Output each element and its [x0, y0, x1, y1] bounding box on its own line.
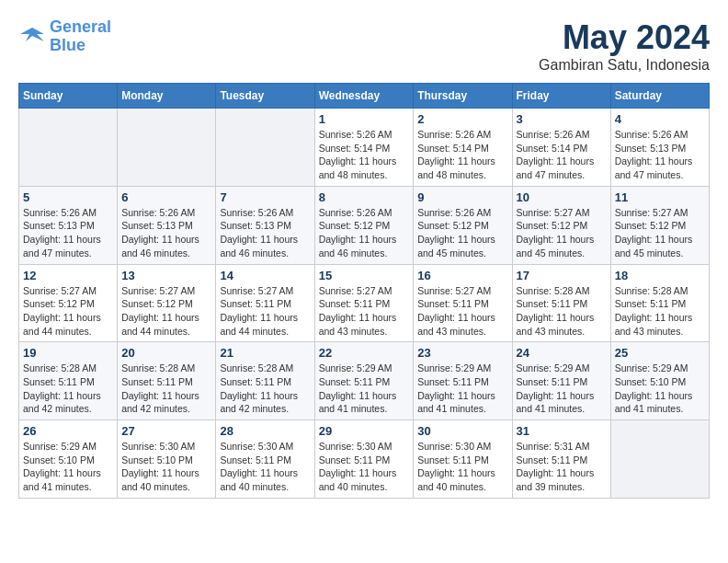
calendar-cell: 25Sunrise: 5:29 AM Sunset: 5:10 PM Dayli… [610, 342, 709, 420]
day-number: 2 [417, 112, 507, 126]
calendar-cell: 23Sunrise: 5:29 AM Sunset: 5:11 PM Dayli… [414, 342, 512, 420]
day-detail: Sunrise: 5:26 AM Sunset: 5:12 PM Dayligh… [319, 206, 410, 260]
day-detail: Sunrise: 5:30 AM Sunset: 5:11 PM Dayligh… [220, 440, 310, 494]
day-detail: Sunrise: 5:26 AM Sunset: 5:14 PM Dayligh… [417, 128, 507, 182]
day-number: 26 [23, 424, 113, 438]
day-detail: Sunrise: 5:26 AM Sunset: 5:13 PM Dayligh… [615, 128, 705, 182]
day-detail: Sunrise: 5:27 AM Sunset: 5:11 PM Dayligh… [319, 284, 410, 339]
calendar-cell [118, 109, 216, 187]
week-row-3: 12Sunrise: 5:27 AM Sunset: 5:12 PM Dayli… [19, 264, 710, 342]
day-number: 1 [319, 112, 410, 126]
day-number: 20 [121, 346, 211, 360]
logo: General Blue [18, 18, 111, 55]
day-number: 17 [517, 269, 607, 282]
day-number: 11 [615, 190, 705, 204]
calendar-cell: 13Sunrise: 5:27 AM Sunset: 5:12 PM Dayli… [118, 264, 216, 342]
calendar-cell: 19Sunrise: 5:28 AM Sunset: 5:11 PM Dayli… [19, 342, 118, 420]
weekday-header-friday: Friday [512, 84, 610, 109]
calendar-cell: 28Sunrise: 5:30 AM Sunset: 5:11 PM Dayli… [216, 420, 314, 499]
day-number: 4 [615, 112, 705, 126]
calendar-cell [19, 109, 118, 187]
day-number: 8 [319, 190, 410, 204]
day-number: 30 [417, 424, 507, 438]
month-title: May 2024 [539, 18, 710, 57]
calendar-cell: 7Sunrise: 5:26 AM Sunset: 5:13 PM Daylig… [216, 186, 314, 264]
day-detail: Sunrise: 5:26 AM Sunset: 5:13 PM Dayligh… [23, 206, 113, 260]
calendar-cell: 17Sunrise: 5:28 AM Sunset: 5:11 PM Dayli… [512, 264, 610, 342]
calendar-cell: 15Sunrise: 5:27 AM Sunset: 5:11 PM Dayli… [314, 264, 414, 342]
svg-marker-0 [20, 28, 44, 41]
title-area: May 2024 Gambiran Satu, Indonesia [539, 18, 710, 74]
day-detail: Sunrise: 5:27 AM Sunset: 5:12 PM Dayligh… [121, 284, 211, 339]
day-detail: Sunrise: 5:26 AM Sunset: 5:12 PM Dayligh… [417, 206, 507, 260]
day-number: 9 [417, 190, 507, 204]
day-detail: Sunrise: 5:30 AM Sunset: 5:10 PM Dayligh… [121, 440, 211, 494]
logo-line2: Blue [50, 36, 85, 54]
calendar-cell: 5Sunrise: 5:26 AM Sunset: 5:13 PM Daylig… [19, 186, 118, 264]
day-number: 25 [615, 346, 705, 360]
calendar-cell: 8Sunrise: 5:26 AM Sunset: 5:12 PM Daylig… [314, 186, 414, 264]
calendar-cell: 2Sunrise: 5:26 AM Sunset: 5:14 PM Daylig… [414, 109, 512, 187]
calendar-cell: 14Sunrise: 5:27 AM Sunset: 5:11 PM Dayli… [216, 264, 314, 342]
calendar-cell: 12Sunrise: 5:27 AM Sunset: 5:12 PM Dayli… [19, 264, 118, 342]
calendar-cell: 10Sunrise: 5:27 AM Sunset: 5:12 PM Dayli… [512, 186, 610, 264]
day-detail: Sunrise: 5:29 AM Sunset: 5:11 PM Dayligh… [517, 362, 607, 416]
day-detail: Sunrise: 5:29 AM Sunset: 5:11 PM Dayligh… [417, 362, 507, 416]
day-detail: Sunrise: 5:28 AM Sunset: 5:11 PM Dayligh… [517, 284, 607, 339]
calendar-cell: 18Sunrise: 5:28 AM Sunset: 5:11 PM Dayli… [610, 264, 709, 342]
day-number: 15 [319, 269, 410, 282]
day-detail: Sunrise: 5:27 AM Sunset: 5:11 PM Dayligh… [220, 284, 310, 339]
day-number: 16 [417, 269, 507, 282]
day-number: 6 [121, 190, 211, 204]
calendar-cell: 20Sunrise: 5:28 AM Sunset: 5:11 PM Dayli… [118, 342, 216, 420]
day-number: 27 [121, 424, 211, 438]
day-number: 10 [517, 190, 607, 204]
day-number: 28 [220, 424, 310, 438]
day-detail: Sunrise: 5:28 AM Sunset: 5:11 PM Dayligh… [220, 362, 310, 416]
day-detail: Sunrise: 5:30 AM Sunset: 5:11 PM Dayligh… [417, 440, 507, 494]
day-detail: Sunrise: 5:27 AM Sunset: 5:11 PM Dayligh… [417, 284, 507, 339]
day-number: 18 [615, 269, 705, 282]
day-detail: Sunrise: 5:26 AM Sunset: 5:14 PM Dayligh… [319, 128, 410, 182]
weekday-header-row: SundayMondayTuesdayWednesdayThursdayFrid… [19, 84, 710, 109]
calendar-cell: 22Sunrise: 5:29 AM Sunset: 5:11 PM Dayli… [314, 342, 414, 420]
day-number: 23 [417, 346, 507, 360]
calendar-cell: 1Sunrise: 5:26 AM Sunset: 5:14 PM Daylig… [314, 109, 414, 187]
day-detail: Sunrise: 5:27 AM Sunset: 5:12 PM Dayligh… [615, 206, 705, 260]
weekday-header-monday: Monday [118, 84, 216, 109]
calendar-cell: 16Sunrise: 5:27 AM Sunset: 5:11 PM Dayli… [414, 264, 512, 342]
weekday-header-wednesday: Wednesday [314, 84, 414, 109]
calendar-cell [610, 420, 709, 499]
calendar-cell: 24Sunrise: 5:29 AM Sunset: 5:11 PM Dayli… [512, 342, 610, 420]
weekday-header-thursday: Thursday [414, 84, 512, 109]
calendar-table: SundayMondayTuesdayWednesdayThursdayFrid… [18, 83, 710, 499]
day-number: 14 [220, 269, 310, 282]
day-detail: Sunrise: 5:27 AM Sunset: 5:12 PM Dayligh… [517, 206, 607, 260]
calendar-cell: 6Sunrise: 5:26 AM Sunset: 5:13 PM Daylig… [118, 186, 216, 264]
day-detail: Sunrise: 5:28 AM Sunset: 5:11 PM Dayligh… [121, 362, 211, 416]
week-row-1: 1Sunrise: 5:26 AM Sunset: 5:14 PM Daylig… [19, 109, 710, 187]
header: General Blue May 2024 Gambiran Satu, Ind… [18, 18, 710, 74]
calendar-cell: 21Sunrise: 5:28 AM Sunset: 5:11 PM Dayli… [216, 342, 314, 420]
weekday-header-tuesday: Tuesday [216, 84, 314, 109]
day-number: 19 [23, 346, 113, 360]
calendar-cell: 27Sunrise: 5:30 AM Sunset: 5:10 PM Dayli… [118, 420, 216, 499]
day-detail: Sunrise: 5:29 AM Sunset: 5:10 PM Dayligh… [615, 362, 705, 416]
day-detail: Sunrise: 5:31 AM Sunset: 5:11 PM Dayligh… [517, 440, 607, 494]
calendar-cell [216, 109, 314, 187]
logo-text: General Blue [50, 18, 111, 55]
day-number: 29 [319, 424, 410, 438]
day-detail: Sunrise: 5:26 AM Sunset: 5:13 PM Dayligh… [220, 206, 310, 260]
day-number: 7 [220, 190, 310, 204]
calendar-cell: 31Sunrise: 5:31 AM Sunset: 5:11 PM Dayli… [512, 420, 610, 499]
day-number: 31 [517, 424, 607, 438]
calendar-cell: 11Sunrise: 5:27 AM Sunset: 5:12 PM Dayli… [610, 186, 709, 264]
calendar-cell: 4Sunrise: 5:26 AM Sunset: 5:13 PM Daylig… [610, 109, 709, 187]
week-row-5: 26Sunrise: 5:29 AM Sunset: 5:10 PM Dayli… [19, 420, 710, 499]
location-title: Gambiran Satu, Indonesia [539, 57, 710, 74]
weekday-header-saturday: Saturday [610, 84, 709, 109]
calendar-cell: 26Sunrise: 5:29 AM Sunset: 5:10 PM Dayli… [19, 420, 118, 499]
weekday-header-sunday: Sunday [19, 84, 118, 109]
calendar-cell: 30Sunrise: 5:30 AM Sunset: 5:11 PM Dayli… [414, 420, 512, 499]
day-detail: Sunrise: 5:26 AM Sunset: 5:13 PM Dayligh… [121, 206, 211, 260]
